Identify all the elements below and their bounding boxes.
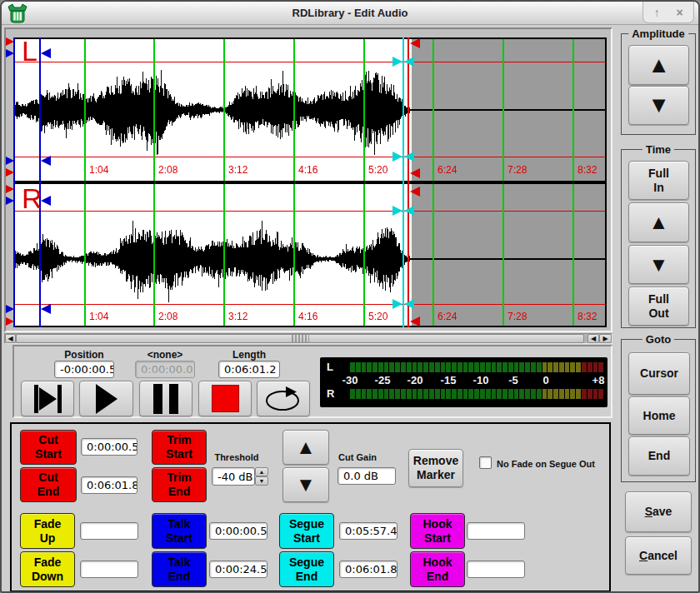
- meter-segment: [537, 389, 542, 399]
- up-arrow-icon: ▲: [649, 212, 669, 232]
- close-button[interactable]: ×: [671, 4, 689, 21]
- meter-segment: [395, 362, 400, 372]
- amplitude-down-button[interactable]: ▼: [628, 86, 689, 125]
- gain-up-button[interactable]: ▲: [282, 430, 329, 465]
- play-icon: [39, 387, 57, 411]
- hook-start-field[interactable]: [467, 522, 525, 540]
- cut-end-button[interactable]: Cut End: [20, 467, 77, 502]
- bar-icon: [34, 385, 38, 413]
- meter-segment: [441, 362, 446, 372]
- loop-button[interactable]: [257, 381, 310, 416]
- titlebar[interactable]: RDLibrary - Edit Audio ↑ ×: [2, 2, 698, 25]
- fade-up-field[interactable]: [80, 522, 138, 540]
- cut-gain-label: Cut Gain: [324, 452, 391, 462]
- meter-segment: [474, 362, 479, 372]
- meter-segment: [435, 362, 440, 372]
- time-label: 7:28: [508, 311, 527, 321]
- threshold-spin-down-icon[interactable]: ▼: [255, 476, 268, 486]
- time-full-out-button[interactable]: Full Out: [628, 287, 689, 326]
- scrollbar-thumb[interactable]: [16, 334, 584, 343]
- scroll-left-icon[interactable]: ◀: [5, 334, 16, 343]
- time-full-in-button[interactable]: Full In: [628, 161, 689, 200]
- fade-down-field[interactable]: [80, 561, 138, 578]
- meter-segment: [384, 389, 389, 399]
- amplitude-group-title: Amplitude: [628, 27, 688, 40]
- trim-start-button[interactable]: Trim Start: [152, 430, 207, 465]
- scroll-right-icon[interactable]: ▶: [599, 334, 612, 343]
- time-label: 1:04: [89, 165, 108, 175]
- time-label: 8:32: [578, 311, 597, 321]
- stop-icon: [212, 385, 239, 412]
- cancel-button[interactable]: Cancel: [625, 536, 692, 575]
- pause-button[interactable]: [139, 381, 192, 416]
- time-group-title: Time: [642, 143, 674, 156]
- meter-segment: [542, 362, 548, 372]
- stop-button[interactable]: [198, 381, 252, 416]
- cut-end-field[interactable]: [81, 476, 138, 494]
- waveform-scrollbar[interactable]: ◀ ◀ ▶: [4, 333, 612, 344]
- talk-end-button[interactable]: Talk End: [152, 551, 207, 587]
- meter-segment: [389, 362, 394, 372]
- time-zoom-out-button[interactable]: ▼: [628, 245, 689, 284]
- meter-segment: [514, 362, 519, 372]
- meter-segment: [429, 362, 434, 372]
- meter-segment: [401, 362, 406, 372]
- threshold-spinbox[interactable]: [212, 467, 255, 486]
- fade-down-button[interactable]: Fade Down: [20, 551, 75, 587]
- hook-end-button[interactable]: Hook End: [410, 551, 465, 587]
- threshold-spin-up-icon[interactable]: ▲: [255, 467, 268, 476]
- cut-start-button[interactable]: Cut Start: [20, 430, 77, 465]
- segue-start-field[interactable]: [339, 522, 398, 540]
- cut-gain-field[interactable]: [338, 467, 396, 485]
- hook-start-button[interactable]: Hook Start: [410, 513, 465, 549]
- meter-segment: [508, 362, 513, 372]
- hook-end-field[interactable]: [467, 561, 525, 578]
- meter-segment: [418, 362, 422, 372]
- play-from-start-button[interactable]: [21, 381, 74, 416]
- meter-segment: [412, 389, 418, 399]
- meter-segment: [519, 389, 524, 399]
- pause-icon: [153, 384, 178, 414]
- time-zoom-in-button[interactable]: ▲: [628, 202, 689, 242]
- time-label: 3:12: [228, 311, 248, 321]
- window-title: RDLibrary - Edit Audio: [2, 2, 698, 25]
- segue-start-button[interactable]: Segue Start: [279, 513, 334, 549]
- meter-segment: [458, 389, 462, 399]
- length-label: Length: [218, 349, 280, 361]
- meter-segment: [356, 362, 361, 372]
- time-group: Time Full In ▲ ▼ Full Out: [621, 149, 696, 328]
- position-value: [54, 361, 114, 378]
- cut-start-field[interactable]: [81, 438, 138, 456]
- segue-end-button[interactable]: Segue End: [279, 551, 334, 587]
- play-button[interactable]: [79, 381, 133, 416]
- goto-home-button[interactable]: Home: [628, 396, 690, 435]
- meter-scale-label: -30: [342, 374, 358, 386]
- meter-segment: [429, 389, 434, 399]
- meter-segment: [367, 362, 372, 372]
- meter-segment: [548, 389, 552, 399]
- talk-start-button[interactable]: Talk Start: [152, 513, 207, 549]
- meter-segment: [423, 389, 428, 399]
- meter-segment: [474, 389, 479, 399]
- trim-end-button[interactable]: Trim End: [152, 467, 207, 502]
- amplitude-up-button[interactable]: ▲: [628, 45, 689, 85]
- save-button[interactable]: Save: [625, 491, 692, 532]
- up-arrow-icon: ▲: [296, 437, 316, 457]
- segue-end-field[interactable]: [339, 561, 398, 578]
- waveform-display[interactable]: [6, 29, 611, 331]
- goto-cursor-button[interactable]: Cursor: [628, 352, 690, 395]
- loop-icon: [263, 386, 303, 412]
- gain-down-button[interactable]: ▼: [282, 467, 329, 502]
- time-label: 3:12: [228, 165, 248, 175]
- talk-end-field[interactable]: [209, 561, 268, 578]
- scroll-left-icon-2[interactable]: ◀: [588, 334, 599, 343]
- fade-up-button[interactable]: Fade Up: [20, 513, 75, 549]
- meter-segment: [514, 389, 519, 399]
- goto-end-button[interactable]: End: [628, 436, 690, 476]
- remove-marker-button[interactable]: Remove Marker: [408, 449, 463, 487]
- scrollbar-grip-icon: [291, 335, 309, 342]
- no-fade-on-segue-out-checkbox[interactable]: [479, 456, 492, 469]
- shade-button[interactable]: ↑: [648, 4, 666, 21]
- talk-start-field[interactable]: [209, 522, 268, 540]
- time-label: 6:24: [438, 311, 457, 321]
